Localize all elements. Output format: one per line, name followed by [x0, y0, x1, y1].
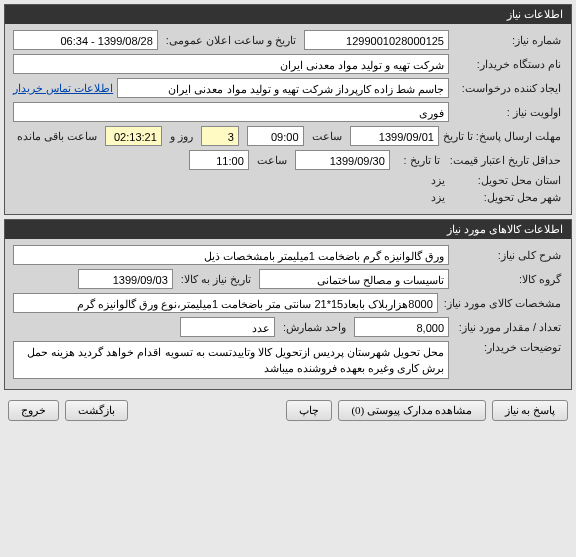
field-deadline-time: 09:00	[247, 126, 304, 146]
label-spec: مشخصات کالای مورد نیاز:	[442, 297, 563, 310]
label-time2: ساعت	[253, 154, 291, 167]
label-desc: شرح کلی نیاز:	[453, 249, 563, 262]
label-remain: ساعت باقی مانده	[13, 130, 101, 143]
field-desc: ورق گالوانیزه گرم باضخامت 1میلیمتر بامشخ…	[13, 245, 449, 265]
label-validity: حداقل تاریخ اعتبار قیمت:	[448, 154, 563, 167]
back-button[interactable]: بازگشت	[65, 400, 128, 421]
goods-info-header: اطلاعات کالاهای مورد نیاز	[5, 220, 571, 239]
field-unit: عدد	[180, 317, 275, 337]
value-city: یزد	[427, 191, 449, 204]
exit-button[interactable]: خروج	[8, 400, 59, 421]
label-city: شهر محل تحویل:	[453, 191, 563, 204]
field-remain-days: 3	[201, 126, 239, 146]
need-info-header: اطلاعات نیاز	[5, 5, 571, 24]
button-bar: پاسخ به نیاز مشاهده مدارک پیوستی (0) چاپ…	[4, 394, 572, 427]
label-group: گروه کالا:	[453, 273, 563, 286]
goods-info-panel: اطلاعات کالاهای مورد نیاز شرح کلی نیاز: …	[4, 219, 572, 390]
label-deadline: مهلت ارسال پاسخ: تا تاریخ :	[443, 130, 563, 143]
field-validity-date: 1399/09/30	[295, 150, 390, 170]
field-need-date: 1399/09/03	[78, 269, 173, 289]
attachments-button[interactable]: مشاهده مدارک پیوستی (0)	[338, 400, 485, 421]
label-creator: ایجاد کننده درخواست:	[453, 82, 563, 95]
field-creator: جاسم شط زاده کارپرداز شرکت تهیه و تولید …	[117, 78, 449, 98]
need-info-panel: اطلاعات نیاز شماره نیاز: 129900102800012…	[4, 4, 572, 215]
field-qty: 8,000	[354, 317, 449, 337]
label-org: نام دستگاه خریدار:	[453, 58, 563, 71]
field-need-number: 1299001028000125	[304, 30, 449, 50]
field-notes: محل تحویل شهرستان پردیس ازتحویل کالا وتا…	[13, 341, 449, 379]
value-province: یزد	[427, 174, 449, 187]
field-group: تاسیسات و مصالح ساختمانی	[259, 269, 449, 289]
field-spec: 8000هزاربلاک بابعاد15*21 سانتی متر باضخا…	[13, 293, 438, 313]
label-need-number: شماره نیاز:	[453, 34, 563, 47]
field-priority: فوری	[13, 102, 449, 122]
field-remain-time: 02:13:21	[105, 126, 162, 146]
need-info-body: شماره نیاز: 1299001028000125 تاریخ و ساع…	[5, 24, 571, 214]
label-qty: تعداد / مقدار مورد نیاز:	[453, 321, 563, 334]
label-announce: تاریخ و ساعت اعلان عمومی:	[162, 34, 300, 47]
contact-link[interactable]: اطلاعات تماس خریدار	[13, 82, 113, 95]
label-need-date: تاریخ نیاز به کالا:	[177, 273, 255, 286]
field-org: شرکت تهیه و تولید مواد معدنی ایران	[13, 54, 449, 74]
goods-info-body: شرح کلی نیاز: ورق گالوانیزه گرم باضخامت …	[5, 239, 571, 389]
label-until: تا تاریخ :	[394, 154, 444, 167]
label-time1: ساعت	[308, 130, 346, 143]
label-unit: واحد شمارش:	[279, 321, 350, 334]
label-province: استان محل تحویل:	[453, 174, 563, 187]
label-priority: اولویت نیاز :	[453, 106, 563, 119]
field-deadline-date: 1399/09/01	[350, 126, 439, 146]
field-announce: 1399/08/28 - 06:34	[13, 30, 158, 50]
label-days: روز و	[166, 130, 197, 143]
respond-button[interactable]: پاسخ به نیاز	[492, 400, 569, 421]
label-notes: توضیحات خریدار:	[453, 341, 563, 354]
print-button[interactable]: چاپ	[286, 400, 332, 421]
field-validity-time: 11:00	[189, 150, 249, 170]
